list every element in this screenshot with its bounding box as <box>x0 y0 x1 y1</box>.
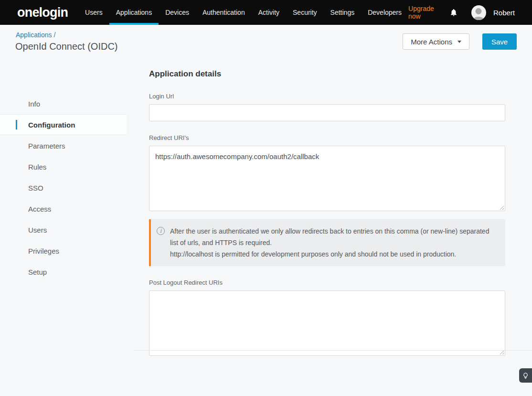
feedback-button[interactable] <box>519 368 532 383</box>
caret-down-icon <box>458 41 461 43</box>
nav-item-activity[interactable]: Activity <box>252 0 286 25</box>
breadcrumb[interactable]: Applications / <box>16 31 55 39</box>
sidebar-item-info[interactable]: Info <box>0 93 127 114</box>
nav-item-devices[interactable]: Devices <box>159 0 196 25</box>
nav-item-settings[interactable]: Settings <box>324 0 362 25</box>
login-url-field: Login Url <box>149 93 505 121</box>
redirect-uris-info-note: i After the user is authenticated we onl… <box>149 219 505 266</box>
nav-item-security[interactable]: Security <box>286 0 324 25</box>
avatar-shoulders-shape <box>473 17 484 20</box>
sidebar-item-users[interactable]: Users <box>0 219 127 240</box>
sidebar-item-parameters[interactable]: Parameters <box>0 135 127 156</box>
header-actions: More Actions Save <box>403 33 517 50</box>
nav-item-users[interactable]: Users <box>78 0 109 25</box>
lightbulb-icon <box>522 372 529 379</box>
note-line-2: http://localhost is permitted for develo… <box>170 248 498 260</box>
login-url-input[interactable] <box>149 104 505 121</box>
note-line-1: After the user is authenticated we only … <box>170 225 498 248</box>
user-avatar[interactable] <box>471 5 486 20</box>
redirect-uris-label: Redirect URI's <box>149 134 505 141</box>
page-title: OpenId Connect (OIDC) <box>15 41 118 52</box>
sidebar-item-setup[interactable]: Setup <box>0 261 127 282</box>
sidebar-item-access[interactable]: Access <box>0 198 127 219</box>
nav-item-developers[interactable]: Developers <box>361 0 408 25</box>
sidebar-item-sso[interactable]: SSO <box>0 177 127 198</box>
nav-item-applications[interactable]: Applications <box>109 0 159 25</box>
sidebar-item-privileges[interactable]: Privileges <box>0 240 127 261</box>
bell-icon[interactable] <box>449 8 458 17</box>
redirect-uris-field: Redirect URI's https://auth.awesomecompa… <box>149 134 505 211</box>
nav-item-authentication[interactable]: Authentication <box>196 0 252 25</box>
section-divider <box>134 350 532 351</box>
top-nav: onelogin Users Applications Devices Auth… <box>0 0 532 25</box>
post-logout-textarea[interactable] <box>149 290 505 356</box>
redirect-uris-textarea[interactable]: https://auth.awesomecompany.com/oauth2/c… <box>149 146 505 211</box>
settings-sidebar: Info Configuration Parameters Rules SSO … <box>0 93 127 282</box>
login-url-label: Login Url <box>149 93 505 100</box>
save-button[interactable]: Save <box>482 33 517 50</box>
post-logout-label: Post Logout Redirect URIs <box>149 279 505 286</box>
avatar-head-shape <box>476 8 482 14</box>
more-actions-button[interactable]: More Actions <box>403 33 469 50</box>
page-header: Applications / OpenId Connect (OIDC) Mor… <box>0 25 532 69</box>
upgrade-now-link[interactable]: Upgrade now <box>408 5 437 20</box>
sidebar-item-rules[interactable]: Rules <box>0 156 127 177</box>
info-circle-icon: i <box>157 227 165 235</box>
configuration-panel: Application details Login Url Redirect U… <box>149 69 505 356</box>
post-logout-field: Post Logout Redirect URIs <box>149 279 505 356</box>
note-text: After the user is authenticated we only … <box>170 225 498 260</box>
section-title: Application details <box>149 69 505 79</box>
nav-right-section: Upgrade now Robert <box>408 0 532 25</box>
more-actions-label: More Actions <box>411 38 452 46</box>
user-name[interactable]: Robert <box>493 9 515 17</box>
onelogin-logo[interactable]: onelogin <box>17 5 68 20</box>
sidebar-item-configuration[interactable]: Configuration <box>0 114 127 135</box>
primary-nav: Users Applications Devices Authenticatio… <box>78 0 408 25</box>
